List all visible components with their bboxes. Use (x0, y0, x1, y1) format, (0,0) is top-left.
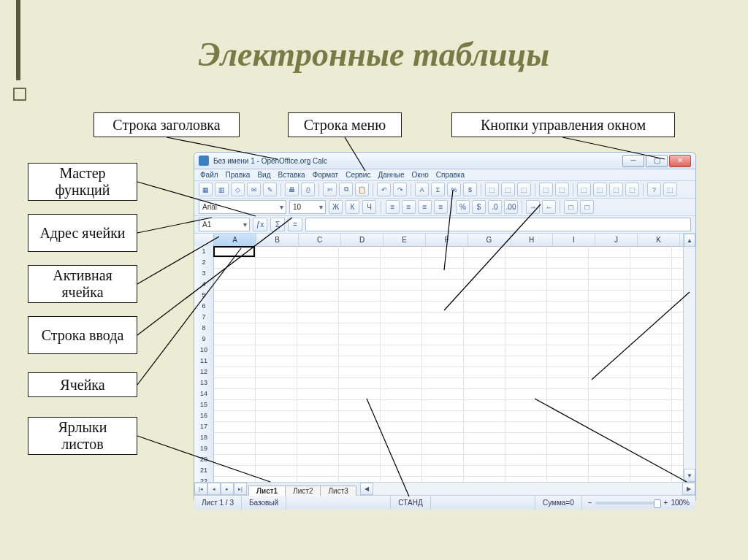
equals-button[interactable]: = (288, 218, 302, 231)
titlebar[interactable]: Без имени 1 - OpenOffice.org Calc ─ ▢ ✕ (194, 153, 695, 169)
toolbar-button[interactable]: ⬚ (485, 183, 499, 196)
row-header-21[interactable]: 21 (194, 465, 214, 477)
active-cell[interactable] (213, 246, 255, 257)
row-header-2[interactable]: 2 (194, 257, 214, 269)
toolbar-button[interactable]: ⧉ (339, 183, 353, 196)
horizontal-scrollbar[interactable]: ◀ ▶ (360, 483, 695, 495)
toolbar-button[interactable]: ↷ (393, 183, 407, 196)
scroll-left-icon[interactable]: ◀ (360, 483, 373, 495)
toolbar-button[interactable]: ✄ (323, 183, 337, 196)
menu-Вид[interactable]: Вид (257, 171, 270, 179)
toolbar-button[interactable]: ▦ (199, 183, 213, 196)
format-button[interactable]: □ (564, 200, 578, 214)
format-button[interactable]: ≡ (386, 200, 400, 214)
format-button[interactable]: ≡ (402, 200, 416, 214)
toolbar-button[interactable]: ◇ (231, 183, 245, 196)
sum-button[interactable]: Σ (270, 218, 285, 231)
tab-last-icon[interactable]: ▸| (234, 483, 247, 495)
menu-Формат[interactable]: Формат (313, 171, 339, 179)
sheet-tabs[interactable]: Лист1Лист2Лист3 (247, 483, 356, 495)
toolbar-button[interactable]: ⎙ (301, 183, 315, 196)
format-button[interactable]: $ (472, 200, 486, 214)
format-button[interactable]: % (456, 200, 470, 214)
scroll-up-icon[interactable]: ▲ (684, 234, 695, 247)
font-combo[interactable]: Arial (199, 200, 286, 214)
menu-Вставка[interactable]: Вставка (278, 171, 305, 179)
row-header-5[interactable]: 5 (194, 290, 214, 302)
format-button[interactable]: ← (542, 200, 556, 214)
tab-nav[interactable]: |◂ ◂ ▸ ▸| (194, 483, 247, 495)
col-header-K[interactable]: K (638, 234, 680, 246)
col-header-C[interactable]: C (299, 234, 341, 246)
toolbar-button[interactable]: ⬚ (501, 183, 515, 196)
sheet-tab-Лист3[interactable]: Лист3 (320, 486, 356, 496)
col-header-H[interactable]: H (511, 234, 553, 246)
toolbar-button[interactable]: ⬚ (609, 183, 623, 196)
tab-first-icon[interactable]: |◂ (194, 483, 207, 495)
col-header-F[interactable]: F (426, 234, 468, 246)
italic-button[interactable]: К (346, 200, 359, 214)
toolbar-button[interactable]: ✉ (247, 183, 261, 196)
col-header-J[interactable]: J (595, 234, 638, 246)
toolbar-button[interactable]: ⬚ (577, 183, 591, 196)
menu-Файл[interactable]: Файл (200, 171, 218, 179)
toolbar-button[interactable]: $ (463, 183, 477, 196)
row-header-15[interactable]: 15 (194, 399, 214, 411)
formula-input[interactable] (305, 218, 691, 231)
menu-Сервис[interactable]: Сервис (346, 171, 370, 179)
zoom-slider[interactable] (595, 502, 661, 505)
toolbar-button[interactable]: ↶ (377, 183, 391, 196)
row-header-8[interactable]: 8 (194, 323, 214, 334)
menu-Окно[interactable]: Окно (412, 171, 429, 179)
row-header-16[interactable]: 16 (194, 410, 214, 422)
toolbar-button[interactable]: ⬚ (539, 183, 553, 196)
standard-toolbar[interactable]: ▦▥◇✉✎🖶⎙✄⧉📋↶↷AΣ%$⬚⬚⬚⬚⬚⬚⬚⬚⬚?⬚ (194, 181, 695, 199)
toolbar-button[interactable]: ⬚ (517, 183, 531, 196)
toolbar-button[interactable]: ✎ (263, 183, 277, 196)
row-header-6[interactable]: 6 (194, 301, 214, 312)
minimize-button[interactable]: ─ (622, 155, 644, 167)
row-header-7[interactable]: 7 (194, 312, 214, 323)
formula-bar[interactable]: A1 ƒx Σ = (194, 216, 695, 234)
zoom-out-icon[interactable]: − (588, 499, 592, 507)
row-header-13[interactable]: 13 (194, 377, 214, 389)
toolbar-button[interactable]: % (447, 183, 461, 196)
toolbar-button[interactable]: ⬚ (663, 183, 677, 196)
col-header-D[interactable]: D (341, 234, 383, 246)
toolbar-button[interactable]: ⬚ (625, 183, 639, 196)
zoom-in-icon[interactable]: + (664, 499, 668, 507)
format-button[interactable]: ≡ (418, 200, 432, 214)
bold-button[interactable]: Ж (329, 200, 343, 214)
toolbar-button[interactable]: A (415, 183, 429, 196)
col-header-B[interactable]: B (256, 234, 299, 246)
toolbar-button[interactable]: 🖶 (285, 183, 299, 196)
formatting-toolbar[interactable]: Arial 10 Ж К Ч ≡≡≡≡%$.0.00→←□□ (194, 199, 695, 216)
row-header-4[interactable]: 4 (194, 279, 214, 291)
scroll-down-icon[interactable]: ▼ (684, 469, 695, 482)
row-header-19[interactable]: 19 (194, 443, 214, 455)
format-button[interactable]: □ (580, 200, 594, 214)
toolbar-button[interactable]: ⬚ (593, 183, 607, 196)
underline-button[interactable]: Ч (362, 200, 376, 214)
format-button[interactable]: ≡ (434, 200, 448, 214)
row-header-3[interactable]: 3 (194, 268, 214, 280)
format-button[interactable]: .00 (504, 200, 518, 214)
maximize-button[interactable]: ▢ (646, 155, 668, 167)
row-header-12[interactable]: 12 (194, 367, 214, 378)
toolbar-button[interactable]: ⬚ (555, 183, 569, 196)
row-header-1[interactable]: 1 (194, 246, 214, 258)
row-header-9[interactable]: 9 (194, 334, 214, 345)
row-header-10[interactable]: 10 (194, 345, 214, 356)
row-header-17[interactable]: 17 (194, 421, 214, 433)
tab-prev-icon[interactable]: ◂ (207, 483, 221, 495)
sheet-tab-Лист2[interactable]: Лист2 (285, 486, 321, 496)
menu-Данные[interactable]: Данные (378, 171, 404, 179)
menu-Справка[interactable]: Справка (436, 171, 465, 179)
menubar[interactable]: ФайлПравкаВидВставкаФорматСервисДанныеОк… (194, 169, 695, 181)
row-header-14[interactable]: 14 (194, 388, 214, 400)
row-header-22[interactable]: 22 (194, 476, 214, 482)
toolbar-button[interactable]: 📋 (355, 183, 369, 196)
font-size-combo[interactable]: 10 (289, 200, 326, 214)
col-header-G[interactable]: G (468, 234, 511, 246)
row-header-11[interactable]: 11 (194, 356, 214, 367)
